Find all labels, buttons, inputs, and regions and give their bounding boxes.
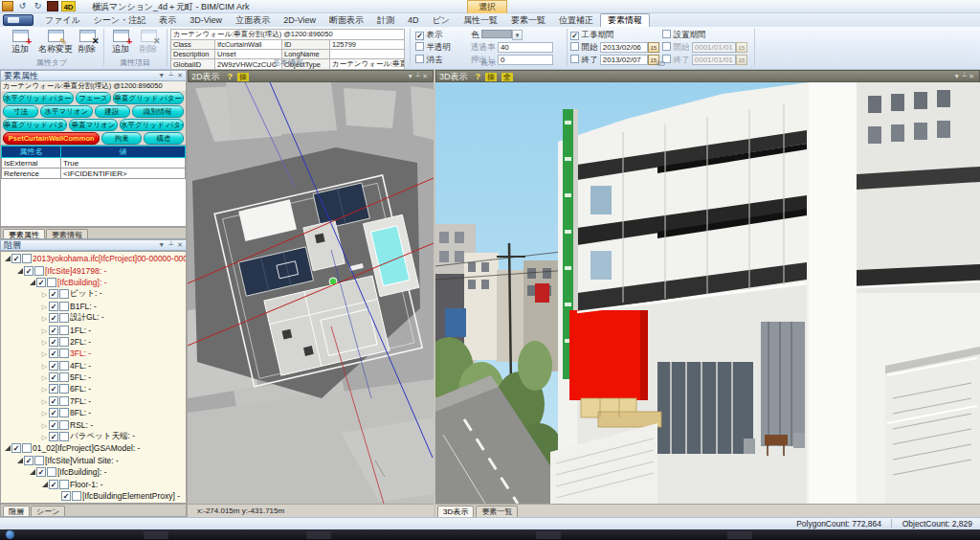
- attr-tab-vertical-grid[interactable]: 垂直グリッド パターン: [113, 92, 184, 104]
- close-icon[interactable]: ✕: [422, 73, 430, 79]
- tab-2d-view[interactable]: 2D-View: [277, 14, 323, 27]
- tab-display[interactable]: 表示: [152, 14, 183, 27]
- table-row[interactable]: Reference<IFCIDENTIFIER>: [2, 169, 186, 179]
- undo-icon[interactable]: ↺: [16, 1, 29, 11]
- tab-element-attributes[interactable]: 要素属性: [3, 229, 45, 238]
- redo-icon[interactable]: ↻: [32, 1, 44, 11]
- delete-attribute-tab-button[interactable]: ✕ 削除: [75, 29, 100, 56]
- splitter[interactable]: [434, 70, 435, 517]
- 2d-view-header[interactable]: 2D表示?操 ▼┴✕: [188, 70, 434, 82]
- tree-item[interactable]: [IfcSite]491798: -: [1, 264, 186, 276]
- tab-scene[interactable]: シーン: [31, 506, 65, 516]
- construction-period-checkbox[interactable]: [570, 32, 579, 40]
- tree-item[interactable]: [IfcBuilding]: -: [1, 466, 186, 478]
- attr-tab-construction[interactable]: 建設: [95, 105, 130, 118]
- pin-icon[interactable]: ┴: [168, 241, 174, 248]
- pin-icon[interactable]: ┴: [168, 72, 174, 79]
- tree-item[interactable]: 1FL: -: [1, 324, 186, 335]
- install-start-checkbox[interactable]: [662, 42, 671, 51]
- 3d-view-header[interactable]: 3D表示?操全 ▼┴✕: [435, 70, 980, 82]
- attr-tab-horizontal-grid[interactable]: 水平グリッド パターン: [3, 92, 74, 104]
- attr-tab-horizontal-grid-pattern[interactable]: 水平グリッド パターン: [120, 119, 184, 131]
- tab-attribute-list[interactable]: 属性一覧: [457, 14, 504, 27]
- dropdown-icon[interactable]: ▼: [158, 72, 166, 79]
- attr-tab-phase[interactable]: フェーズ: [76, 92, 112, 104]
- tab-file[interactable]: ファイル: [38, 14, 87, 27]
- install-period-checkbox[interactable]: [662, 30, 671, 38]
- tab-section[interactable]: 断面表示: [323, 14, 370, 27]
- tab-3d-view[interactable]: 3D-View: [183, 14, 229, 27]
- tree-item[interactable]: 01_02[IfcProject]GSAModel: -: [1, 442, 186, 454]
- tree-item[interactable]: パラペット天端: -: [1, 431, 186, 442]
- chevron-down-icon[interactable]: ▼: [512, 30, 523, 40]
- 2d-viewport[interactable]: [188, 82, 434, 504]
- translucent-checkbox[interactable]: [415, 42, 424, 51]
- windows-taskbar[interactable]: [0, 529, 980, 540]
- construction-start-input[interactable]: 2013/02/06: [600, 42, 648, 53]
- attr-tab-pset-curtain-wall[interactable]: PsetCurtainWallCommon: [3, 132, 100, 145]
- add-attribute-item-button[interactable]: + 追加: [107, 29, 134, 56]
- tab-hierarchy[interactable]: 階層: [3, 506, 30, 516]
- attr-tab-horizontal-mullion[interactable]: 水平マリオン: [40, 105, 93, 118]
- tree-item[interactable]: ピット: -: [1, 288, 186, 300]
- tab-3d-display[interactable]: 3D表示: [437, 506, 474, 517]
- tab-element-info[interactable]: 要素情報: [600, 13, 650, 27]
- start-orb-icon[interactable]: [6, 530, 14, 539]
- install-start-input[interactable]: 0001/01/01: [692, 42, 736, 53]
- view-preset-icon[interactable]: [47, 1, 58, 11]
- close-icon[interactable]: ✕: [177, 72, 184, 79]
- attr-tab-vertical-mullion[interactable]: 垂直マリオン: [69, 119, 118, 131]
- tab-element-list-bottom[interactable]: 要素一覧: [476, 506, 518, 517]
- opacity-input[interactable]: 40: [498, 42, 553, 53]
- tree-item[interactable]: [IfcSite]Virtual Site: -: [1, 455, 186, 466]
- tab-pin[interactable]: ピン: [426, 14, 457, 27]
- app-menu-button[interactable]: [3, 14, 33, 26]
- close-icon[interactable]: ✕: [969, 73, 976, 79]
- attr-tab-vertical-grid-pattern[interactable]: 垂直グリッド パターン: [3, 119, 67, 131]
- tab-elevation[interactable]: 立面表示: [229, 14, 277, 27]
- tab-position-correction[interactable]: 位置補正: [552, 14, 600, 27]
- tree-item[interactable]: B1FL: -: [1, 301, 186, 312]
- splitter[interactable]: [187, 70, 188, 517]
- tree-item[interactable]: [IfcBuildingElementProxy] -: [1, 490, 186, 502]
- selected-curtain-wall[interactable]: [569, 310, 646, 400]
- tree-item[interactable]: 8FL: -: [1, 407, 186, 418]
- tree-item[interactable]: 4FL: -: [1, 360, 186, 371]
- help-icon[interactable]: ?: [476, 72, 481, 81]
- tree-item[interactable]: 設計GL: -: [1, 312, 186, 324]
- attr-tab-constraint[interactable]: 拘束: [101, 132, 142, 145]
- attr-tab-dimension[interactable]: 寸法: [3, 105, 38, 118]
- tree-item[interactable]: 6FL: -: [1, 383, 186, 394]
- help-icon[interactable]: ?: [228, 72, 234, 81]
- attr-tab-structure[interactable]: 構造: [144, 132, 184, 145]
- dropdown-icon[interactable]: ▼: [953, 73, 962, 79]
- 3d-viewport[interactable]: [435, 82, 980, 504]
- fourd-mode-icon[interactable]: 4D: [61, 1, 76, 11]
- rename-attribute-tab-button[interactable]: ✎ 名称変更: [36, 29, 75, 56]
- tree-item[interactable]: Floor-1: -: [1, 478, 186, 489]
- attr-tab-identification[interactable]: 識別情報: [132, 105, 185, 118]
- add-attribute-tab-button[interactable]: + 追加: [6, 29, 34, 56]
- tab-element-information[interactable]: 要素情報: [46, 229, 88, 238]
- tree-item[interactable]: 2013yokohama.ifc[IfcProject]00-00000-000…: [1, 253, 186, 264]
- close-icon[interactable]: ✕: [177, 241, 184, 248]
- table-row[interactable]: IsExternalTrue: [2, 158, 186, 169]
- tab-measure[interactable]: 計測: [370, 14, 401, 27]
- tab-4d[interactable]: 4D: [401, 14, 426, 27]
- tree-item[interactable]: RSL: -: [1, 418, 186, 430]
- color-swatch[interactable]: [481, 30, 512, 38]
- dropdown-icon[interactable]: ▼: [158, 241, 166, 248]
- show-checkbox[interactable]: [415, 32, 424, 40]
- dropdown-icon[interactable]: ▼: [407, 73, 415, 79]
- tab-element-list[interactable]: 要素一覧: [504, 14, 552, 27]
- construction-start-checkbox[interactable]: [570, 42, 579, 51]
- tab-scene-note[interactable]: シーン・注記: [87, 14, 152, 27]
- delete-attribute-item-button[interactable]: ✕ 削除: [136, 29, 161, 56]
- tree-item[interactable]: 2FL: -: [1, 336, 186, 348]
- tree-item[interactable]: 5FL: -: [1, 371, 186, 383]
- calendar-icon[interactable]: 15: [648, 42, 659, 53]
- tree-item[interactable]: 3FL: -: [1, 348, 186, 359]
- tree-item[interactable]: 7FL: -: [1, 395, 186, 407]
- tree-item[interactable]: [IfcBuilding]: -: [1, 277, 186, 288]
- contextual-tab-group[interactable]: 選択: [467, 0, 507, 13]
